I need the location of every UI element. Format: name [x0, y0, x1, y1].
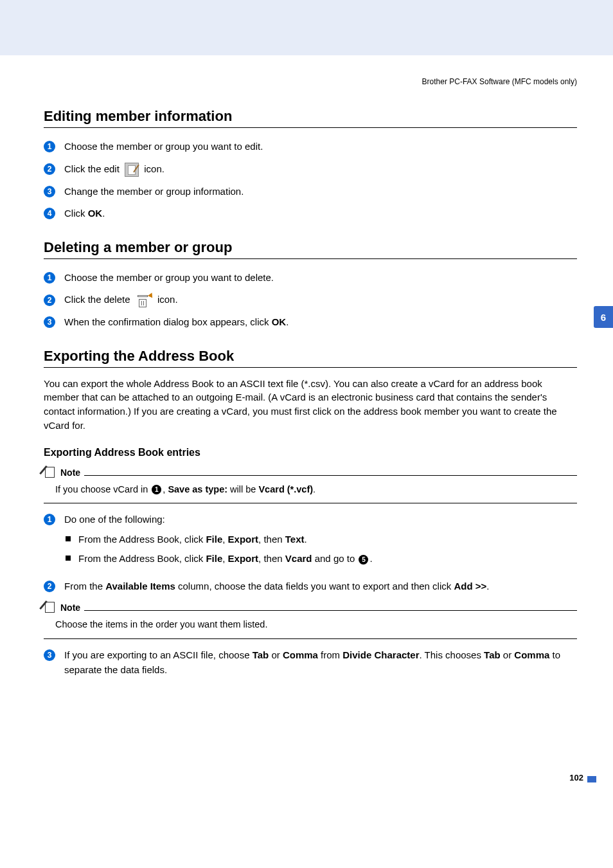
text: From the Address Book, click: [78, 553, 206, 564]
page-number: 102: [569, 773, 583, 782]
step: 2 Click the edit icon.: [44, 162, 577, 177]
sub-heading-export-entries: Exporting Address Book entries: [44, 447, 577, 458]
bullet-list: From the Address Book, click File, Expor…: [64, 532, 577, 566]
bold-text: Save as type:: [168, 484, 227, 494]
text: From the Address Book, click: [78, 534, 206, 545]
heading-editing: Editing member information: [44, 108, 577, 128]
step-number-icon: 1: [44, 514, 55, 525]
note-header: Note: [44, 601, 577, 613]
step-number-icon: 1: [44, 272, 55, 284]
bold-text: File: [206, 553, 222, 564]
steps-deleting: 1 Choose the member or group you want to…: [44, 271, 577, 330]
bold-text: Add >>: [454, 581, 486, 592]
step: 2 Click the delete icon.: [44, 293, 577, 307]
note-icon: [44, 601, 57, 613]
bold-text: Vcard: [285, 553, 312, 564]
step-text: When the confirmation dialog box appears…: [64, 315, 577, 330]
bold-text: Comma: [283, 649, 318, 660]
text: Do one of the following:: [64, 514, 165, 525]
text: icon.: [155, 294, 178, 305]
list-item: From the Address Book, click File, Expor…: [64, 552, 577, 566]
intro-paragraph: You can export the whole Address Book to…: [44, 377, 577, 433]
step-number-icon: 3: [44, 316, 55, 328]
text: and go to: [312, 553, 358, 564]
text: ,: [222, 534, 227, 545]
step-number-icon: 4: [44, 208, 55, 219]
step: 4 Click OK.: [44, 206, 577, 221]
bold-text: File: [206, 534, 222, 545]
bold-text: Tab: [253, 649, 269, 660]
bold-text: Export: [228, 534, 259, 545]
step-text: Change the member or group information.: [64, 185, 577, 199]
step-text: Click OK.: [64, 206, 577, 221]
bold-text: Tab: [484, 649, 501, 660]
note-rule: [84, 475, 577, 476]
delete-icon: [136, 293, 152, 307]
text: When the confirmation dialog box appears…: [64, 316, 272, 327]
note-body: If you choose vCard in 1, Save as type: …: [44, 482, 577, 504]
step: 1 Do one of the following: From the Addr…: [44, 512, 577, 572]
heading-deleting: Deleting a member or group: [44, 239, 577, 259]
bold-text: Vcard (*.vcf): [258, 484, 313, 494]
step-number-icon: 1: [44, 141, 55, 152]
step-ref-icon: 1: [152, 485, 161, 494]
text: If you choose vCard in: [55, 484, 150, 494]
text: Click the edit: [64, 163, 122, 174]
bold-text: OK: [272, 316, 287, 327]
text: From the: [64, 581, 105, 592]
step-number-icon: 3: [44, 186, 55, 197]
bold-text: OK: [88, 208, 103, 219]
content-area: Brother PC-FAX Software (MFC models only…: [0, 55, 613, 677]
step-text: Do one of the following: From the Addres…: [64, 512, 577, 572]
step-text: Choose the member or group you want to d…: [64, 271, 577, 285]
note-icon: [44, 466, 57, 478]
text: from: [318, 649, 342, 660]
bold-text: Text: [285, 534, 305, 545]
step-text: From the Available Items column, choose …: [64, 579, 577, 594]
step-text: Click the edit icon.: [64, 162, 577, 177]
running-header: Brother PC-FAX Software (MFC models only…: [44, 77, 577, 86]
page: 6 Brother PC-FAX Software (MFC models on…: [0, 0, 613, 868]
note-box: Note Choose the items in the order you w…: [44, 601, 577, 639]
header-band: [0, 0, 613, 55]
list-item: From the Address Book, click File, Expor…: [64, 532, 577, 547]
note-label: Note: [60, 602, 80, 613]
text: .: [102, 208, 105, 219]
step: 3 Change the member or group information…: [44, 185, 577, 199]
step-number-icon: 3: [44, 649, 55, 661]
text: , then: [258, 553, 285, 564]
text: .: [369, 553, 372, 564]
text: or: [501, 649, 515, 660]
chapter-tab: 6: [594, 306, 613, 328]
text: .: [305, 534, 307, 545]
text: If you are exporting to an ASCII file, c…: [64, 649, 253, 660]
text: .: [313, 484, 315, 494]
bold-text: Export: [228, 553, 259, 564]
step-number-icon: 2: [44, 581, 55, 592]
step-text: If you are exporting to an ASCII file, c…: [64, 648, 577, 677]
text: .: [286, 316, 289, 327]
page-number-mark-icon: [587, 776, 596, 782]
text: icon.: [141, 163, 164, 174]
step-number-icon: 2: [44, 163, 55, 175]
text: Click the delete: [64, 294, 133, 305]
step: 1 Choose the member or group you want to…: [44, 271, 577, 285]
bold-text: Comma: [514, 649, 549, 660]
step-number-icon: 2: [44, 294, 55, 306]
bold-text: Available Items: [105, 581, 175, 592]
step: 1 Choose the member or group you want to…: [44, 140, 577, 154]
text: . This chooses: [420, 649, 484, 660]
step-ref-icon: 5: [359, 555, 368, 565]
steps-editing: 1 Choose the member or group you want to…: [44, 140, 577, 221]
note-header: Note: [44, 466, 577, 478]
note-rule: [84, 610, 577, 611]
step-text: Choose the member or group you want to e…: [64, 140, 577, 154]
note-body: Choose the items in the order you want t…: [44, 617, 577, 639]
text: Click: [64, 208, 88, 219]
step: 3 When the confirmation dialog box appea…: [44, 315, 577, 330]
text: column, choose the data fields you want …: [175, 581, 454, 592]
step-text: Click the delete icon.: [64, 293, 577, 307]
note-box: Note If you choose vCard in 1, Save as t…: [44, 466, 577, 504]
note-label: Note: [60, 467, 80, 478]
step: 3 If you are exporting to an ASCII file,…: [44, 648, 577, 677]
